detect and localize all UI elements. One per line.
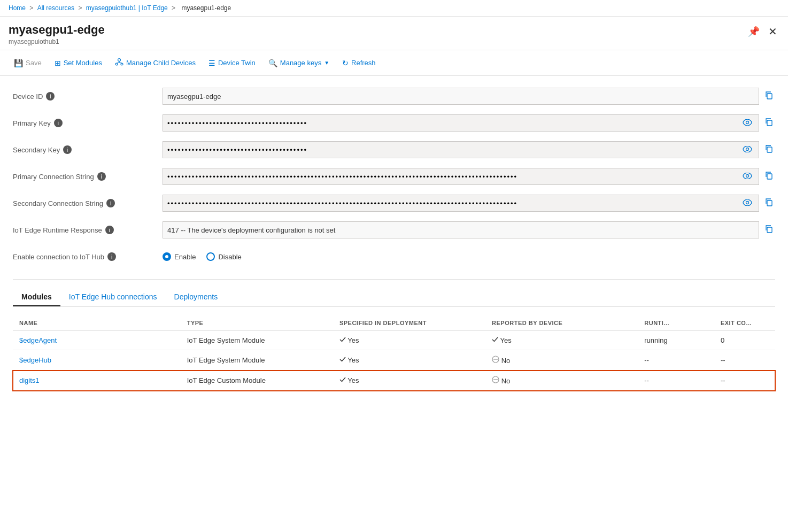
svg-rect-15 <box>767 227 772 233</box>
primary-key-field <box>163 114 759 132</box>
module-name-link[interactable]: digits1 <box>19 376 40 384</box>
manage-keys-button[interactable]: 🔍 Manage keys ▼ <box>263 56 335 71</box>
table-row: $edgeAgent IoT Edge System Module Yes Ye… <box>13 331 775 350</box>
enable-connection-info-icon[interactable]: i <box>107 252 116 261</box>
svg-rect-10 <box>767 147 772 152</box>
runtime-response-label: IoT Edge Runtime Response i <box>13 226 163 234</box>
secondary-key-eye-button[interactable] <box>740 145 754 155</box>
secondary-connection-input-wrapper <box>163 195 775 212</box>
module-runtime: running <box>638 331 714 350</box>
pin-icon[interactable]: 📌 <box>746 24 762 40</box>
module-exit-code: 0 <box>714 331 775 350</box>
device-twin-button[interactable]: ☰ Device Twin <box>203 56 261 71</box>
primary-key-row: Primary Key i <box>13 113 775 133</box>
runtime-response-row: IoT Edge Runtime Response i <box>13 220 775 240</box>
primary-key-label: Primary Key i <box>13 119 163 127</box>
svg-point-2 <box>121 63 123 65</box>
device-id-input[interactable] <box>163 88 759 105</box>
svg-point-9 <box>746 148 749 151</box>
table-body: $edgeAgent IoT Edge System Module Yes Ye… <box>13 331 775 391</box>
primary-connection-row: Primary Connection String i <box>13 167 775 186</box>
runtime-response-input <box>163 221 759 238</box>
secondary-connection-label: Secondary Connection String i <box>13 199 163 207</box>
runtime-response-copy-button[interactable] <box>762 222 775 237</box>
primary-key-eye-button[interactable] <box>740 118 754 128</box>
breadcrumb-home[interactable]: Home <box>9 4 26 12</box>
device-id-copy-button[interactable] <box>762 89 775 104</box>
svg-rect-6 <box>767 94 772 99</box>
col-header-deployment: SPECIFIED IN DEPLOYMENT <box>333 315 485 331</box>
chevron-down-icon: ▼ <box>324 60 329 66</box>
device-id-row: Device ID i <box>13 87 775 106</box>
set-modules-icon: ⊞ <box>55 59 61 67</box>
svg-point-1 <box>115 63 118 65</box>
col-header-reported: REPORTED BY DEVICE <box>485 315 638 331</box>
breadcrumb-device: myasegpu1-edge <box>181 4 231 12</box>
table-header: NAME TYPE SPECIFIED IN DEPLOYMENT REPORT… <box>13 315 775 331</box>
device-id-input-wrapper <box>163 88 775 105</box>
primary-connection-field <box>163 168 759 185</box>
tab-list: Modules IoT Edge Hub connections Deploym… <box>13 288 775 307</box>
col-header-exit-code: EXIT CO... <box>714 315 775 331</box>
toolbar: 💾 Save ⊞ Set Modules Manage Child Device… <box>0 50 788 76</box>
module-reported: Yes <box>485 331 638 350</box>
manage-keys-icon: 🔍 <box>268 59 277 67</box>
module-exit-code: -- <box>714 350 775 371</box>
module-name-link[interactable]: $edgeAgent <box>19 336 57 344</box>
module-exit-code: -- <box>714 371 775 391</box>
primary-connection-info-icon[interactable]: i <box>97 172 106 181</box>
secondary-connection-eye-button[interactable] <box>740 198 754 208</box>
device-id-info-icon[interactable]: i <box>46 92 55 101</box>
page-subtitle: myasegpuiothub1 <box>9 38 105 45</box>
device-twin-icon: ☰ <box>208 59 215 67</box>
tab-modules[interactable]: Modules <box>13 288 60 306</box>
enable-connection-row: Enable connection to IoT Hub i Enable Di… <box>13 247 775 266</box>
primary-connection-input[interactable] <box>167 173 740 181</box>
breadcrumb-all-resources[interactable]: All resources <box>37 4 74 12</box>
primary-key-info-icon[interactable]: i <box>54 119 63 127</box>
module-reported: No <box>485 371 638 391</box>
svg-point-11 <box>746 175 749 178</box>
col-header-runtime: RUNTI... <box>638 315 714 331</box>
tab-deployments[interactable]: Deployments <box>166 288 227 306</box>
tab-iot-edge-hub[interactable]: IoT Edge Hub connections <box>60 288 166 306</box>
secondary-key-info-icon[interactable]: i <box>63 145 72 154</box>
disable-radio-option[interactable]: Disable <box>206 252 241 261</box>
set-modules-button[interactable]: ⊞ Set Modules <box>49 56 107 71</box>
enable-radio-circle <box>163 252 171 261</box>
table-row: $edgeHub IoT Edge System Module Yes No -… <box>13 350 775 371</box>
table-row: digits1 IoT Edge Custom Module Yes No --… <box>13 371 775 391</box>
breadcrumb-iot-hub[interactable]: myasegpuiothub1 | IoT Edge <box>86 4 168 12</box>
svg-rect-12 <box>767 174 772 179</box>
primary-key-copy-button[interactable] <box>762 115 775 130</box>
save-button[interactable]: 💾 Save <box>9 56 47 71</box>
col-header-type: TYPE <box>181 315 333 331</box>
runtime-response-input-wrapper <box>163 221 775 238</box>
refresh-icon: ↻ <box>342 59 349 67</box>
secondary-connection-input[interactable] <box>167 199 740 207</box>
primary-connection-copy-button[interactable] <box>762 169 775 184</box>
module-name-link[interactable]: $edgeHub <box>19 356 51 364</box>
module-type: IoT Edge System Module <box>181 350 333 371</box>
device-id-label: Device ID i <box>13 92 163 101</box>
primary-key-input[interactable] <box>167 119 740 127</box>
primary-connection-input-wrapper <box>163 168 775 185</box>
close-icon[interactable]: ✕ <box>766 23 779 40</box>
disable-radio-circle <box>206 252 215 261</box>
manage-child-devices-button[interactable]: Manage Child Devices <box>110 55 201 71</box>
svg-line-4 <box>117 63 119 63</box>
secondary-key-copy-button[interactable] <box>762 142 775 157</box>
modules-table: NAME TYPE SPECIFIED IN DEPLOYMENT REPORT… <box>13 315 775 391</box>
refresh-button[interactable]: ↻ Refresh <box>337 56 381 71</box>
secondary-connection-info-icon[interactable]: i <box>106 199 115 207</box>
runtime-response-info-icon[interactable]: i <box>105 226 114 234</box>
page-header: myasegpu1-edge myasegpuiothub1 📌 ✕ <box>0 17 788 50</box>
secondary-connection-copy-button[interactable] <box>762 196 775 211</box>
svg-point-0 <box>118 59 120 61</box>
module-runtime: -- <box>638 350 714 371</box>
col-header-name: NAME <box>13 315 181 331</box>
enable-radio-option[interactable]: Enable <box>163 252 196 261</box>
svg-point-7 <box>746 121 749 124</box>
primary-connection-eye-button[interactable] <box>740 172 754 181</box>
secondary-key-input[interactable] <box>167 146 740 154</box>
